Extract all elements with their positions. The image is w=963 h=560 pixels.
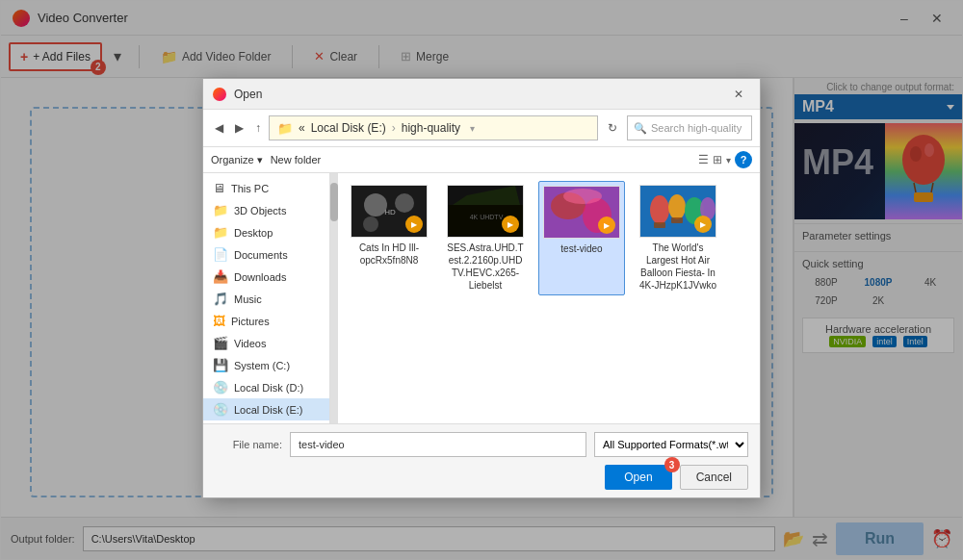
sidebar-item-downloads[interactable]: 📥 Downloads — [203, 266, 329, 288]
file-thumb-world[interactable]: ▶ The World's Largest Hot Air Balloon Fi… — [635, 181, 721, 295]
this-pc-label: This PC — [231, 183, 269, 194]
refresh-button[interactable]: ↻ — [602, 117, 623, 139]
pictures-icon: 🖼 — [213, 314, 225, 328]
search-icon: 🔍 — [634, 122, 647, 135]
3d-objects-label: 3D Objects — [234, 205, 286, 216]
open-badge: 3 — [664, 457, 680, 472]
documents-icon: 📄 — [213, 247, 228, 262]
desktop-label: Desktop — [234, 227, 273, 239]
file-thumb-ses[interactable]: 4K UHDTV ▶ SES.Astra.UHD.Test.2.2160p.UH… — [442, 181, 529, 295]
downloads-icon: 📥 — [213, 269, 228, 284]
cats-file-label: Cats In HD Ill-opcRx5fn8N8 — [350, 242, 429, 267]
sidebar-item-videos[interactable]: 🎬 Videos — [203, 332, 329, 354]
nav-back-button[interactable]: ◀ — [211, 119, 227, 137]
sidebar-item-disk-e[interactable]: 💿 Local Disk (E:) — [203, 398, 329, 420]
open-button[interactable]: Open 3 — [605, 465, 671, 490]
address-folder-icon: 📁 — [277, 121, 293, 136]
file-thumbs-container: HD ▶ Cats In HD Ill-opcRx5fn8N8 — [346, 181, 752, 295]
sidebar-item-this-pc[interactable]: 🖥 This PC — [203, 177, 329, 199]
sidebar-item-system-c[interactable]: 💾 System (C:) — [203, 354, 329, 376]
sidebar-item-music[interactable]: 🎵 Music — [203, 288, 329, 310]
svg-point-21 — [668, 194, 686, 219]
system-c-icon: 💾 — [213, 358, 228, 372]
desktop-icon: 📁 — [213, 225, 228, 240]
ses-play-icon: ▶ — [502, 216, 519, 233]
test-video-thumbnail: ▶ — [543, 186, 620, 239]
dialog-address-bar: ◀ ▶ ↑ 📁 « Local Disk (E:) › high-quality… — [203, 110, 760, 147]
dialog-sidebar-container: 🖥 This PC 📁 3D Objects 📁 Desktop 📄 — [203, 173, 338, 423]
world-thumbnail: ▶ — [639, 185, 716, 238]
dialog-file-area: HD ▶ Cats In HD Ill-opcRx5fn8N8 — [338, 173, 760, 423]
view-dropdown[interactable]: ▾ — [726, 155, 731, 165]
3d-objects-icon: 📁 — [213, 203, 228, 217]
sidebar-scroll-thumb — [330, 183, 338, 221]
open-label: Open — [624, 471, 652, 484]
open-dialog: Open ✕ ◀ ▶ ↑ 📁 « Local Disk (E:) › high-… — [202, 78, 761, 498]
svg-text:4K UHDTV: 4K UHDTV — [470, 214, 504, 220]
address-dropdown-arrow: ▾ — [470, 123, 475, 134]
app-window: Video Converter – ✕ + + Add Files 2 ▾ 📁 … — [0, 0, 963, 560]
address-path-2: high-quality — [402, 121, 460, 135]
filename-input[interactable] — [290, 432, 586, 457]
nav-forward-button[interactable]: ▶ — [231, 119, 247, 137]
world-file-label: The World's Largest Hot Air Balloon Fies… — [638, 242, 717, 292]
music-label: Music — [234, 293, 262, 305]
cancel-button[interactable]: Cancel — [680, 465, 748, 490]
dialog-icon — [213, 88, 226, 101]
sidebar-scrollbar[interactable] — [330, 173, 338, 423]
ses-thumbnail: 4K UHDTV ▶ — [447, 185, 524, 238]
videos-icon: 🎬 — [213, 336, 228, 350]
ses-file-label: SES.Astra.UHD.Test.2.2160p.UHDTV.HEVC.x2… — [446, 242, 525, 292]
sidebar-item-desktop[interactable]: 📁 Desktop — [203, 221, 329, 243]
search-box[interactable]: 🔍 Search high-quality — [627, 115, 752, 140]
svg-point-20 — [650, 195, 669, 224]
system-c-label: System (C:) — [234, 360, 290, 371]
address-disk-label: « — [299, 121, 305, 135]
documents-label: Documents — [234, 249, 288, 261]
address-box[interactable]: 📁 « Local Disk (E:) › high-quality ▾ — [269, 115, 598, 140]
filename-label: File name: — [215, 439, 282, 450]
address-separator: › — [392, 121, 396, 135]
music-icon: 🎵 — [213, 292, 228, 306]
disk-e-icon: 💿 — [213, 402, 228, 417]
svg-rect-24 — [654, 222, 665, 228]
modal-overlay: Open ✕ ◀ ▶ ↑ 📁 « Local Disk (E:) › high-… — [1, 1, 962, 559]
organize-arrow: ▾ — [257, 154, 263, 166]
file-thumb-cats[interactable]: HD ▶ Cats In HD Ill-opcRx5fn8N8 — [346, 181, 432, 295]
dialog-title-bar: Open ✕ — [203, 79, 760, 110]
svg-point-9 — [363, 216, 378, 232]
disk-e-label: Local Disk (E:) — [234, 404, 303, 416]
dialog-action-row: Open 3 Cancel — [215, 465, 748, 490]
organize-label: Organize — [211, 154, 254, 165]
pictures-label: Pictures — [231, 316, 270, 327]
svg-point-8 — [395, 193, 414, 213]
this-pc-icon: 🖥 — [213, 181, 225, 195]
address-path-1: Local Disk (E:) — [311, 121, 386, 135]
sidebar-item-disk-f[interactable]: 💿 Local Disk (F:) — [203, 420, 329, 423]
filename-row: File name: All Supported Formats(*.wtv;*… — [215, 432, 748, 457]
disk-d-icon: 💿 — [213, 380, 228, 395]
view-list-button[interactable]: ☰ — [698, 153, 709, 166]
dialog-content: 🖥 This PC 📁 3D Objects 📁 Desktop 📄 — [203, 173, 760, 423]
filetype-select[interactable]: All Supported Formats(*.wtv;*.c — [594, 432, 748, 457]
sidebar-item-documents[interactable]: 📄 Documents — [203, 243, 329, 266]
dialog-close-button[interactable]: ✕ — [727, 85, 750, 104]
videos-label: Videos — [234, 338, 266, 349]
cats-play-icon: ▶ — [405, 216, 423, 233]
svg-text:HD: HD — [384, 208, 396, 216]
nav-up-button[interactable]: ↑ — [251, 119, 265, 137]
sidebar-item-3d-objects[interactable]: 📁 3D Objects — [203, 199, 329, 221]
dialog-sidebar: 🖥 This PC 📁 3D Objects 📁 Desktop 📄 — [203, 173, 330, 423]
view-buttons: ☰ ⊞ ▾ ? — [698, 151, 752, 168]
sidebar-item-pictures[interactable]: 🖼 Pictures — [203, 310, 329, 332]
dialog-filename-bar: File name: All Supported Formats(*.wtv;*… — [203, 423, 760, 497]
view-grid-button[interactable]: ⊞ — [713, 153, 722, 166]
sidebar-item-disk-d[interactable]: 💿 Local Disk (D:) — [203, 376, 329, 398]
cats-thumbnail: HD ▶ — [351, 185, 428, 238]
help-button[interactable]: ? — [735, 151, 752, 168]
disk-d-label: Local Disk (D:) — [234, 382, 303, 394]
dialog-toolbar: Organize ▾ New folder ☰ ⊞ ▾ ? — [203, 147, 760, 173]
file-thumb-test-video[interactable]: ▶ test-video — [538, 181, 625, 295]
new-folder-button[interactable]: New folder — [271, 154, 322, 165]
organize-button[interactable]: Organize ▾ — [211, 154, 263, 166]
